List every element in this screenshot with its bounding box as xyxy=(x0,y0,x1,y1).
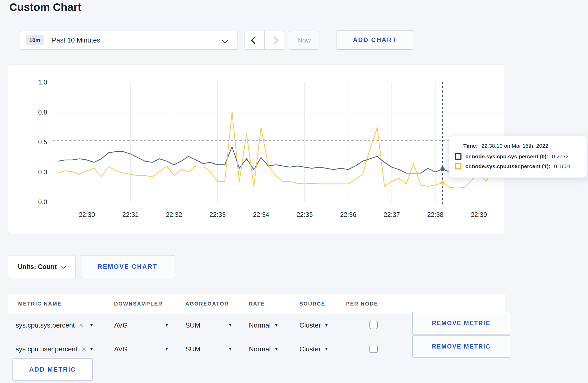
tooltip-series-0-value: 0.2732 xyxy=(552,153,569,160)
remove-metric-button[interactable]: REMOVE METRIC xyxy=(412,312,510,335)
aggregator-select[interactable]: SUM xyxy=(185,314,200,337)
downsampler-select[interactable]: AVG xyxy=(114,337,128,361)
source-value: Cluster xyxy=(299,321,321,329)
series-line-1 xyxy=(58,112,501,188)
caret-down-icon: ▼ xyxy=(165,323,169,328)
caret-down-icon: ▼ xyxy=(274,323,278,328)
tooltip-series-0-name: cr.node.sys.cpu.sys.percent (0): xyxy=(465,153,548,160)
series-1-swatch-icon xyxy=(455,163,461,169)
now-button[interactable]: Now xyxy=(289,31,319,50)
clear-metric-icon[interactable]: × xyxy=(81,345,86,353)
rate-select[interactable]: Normal ▼ xyxy=(249,337,278,361)
downsampler-value: AVG xyxy=(114,321,128,329)
chart-tooltip: Time:22:38:10 on Mar 15th, 2022 cr.node.… xyxy=(449,136,587,178)
remove-chart-button[interactable]: REMOVE CHART xyxy=(81,255,174,278)
downsampler-select[interactable]: AVG xyxy=(114,314,128,337)
x-tick-label: 22:35 xyxy=(297,211,313,218)
source-value: Cluster xyxy=(299,345,321,353)
x-tick-label: 22:39 xyxy=(471,211,487,218)
y-tick-label: 0.5 xyxy=(38,138,47,146)
x-tick-label: 22:31 xyxy=(122,211,139,218)
aggregator-value: SUM xyxy=(185,345,200,353)
caret-down-icon: ▼ xyxy=(89,347,94,351)
caret-down-icon: ▼ xyxy=(228,347,232,351)
header-rate: RATE xyxy=(249,294,265,314)
x-tick-label: 22:33 xyxy=(209,211,226,218)
source-select[interactable]: Cluster ▼ xyxy=(299,337,328,361)
prev-time-button[interactable] xyxy=(245,31,264,49)
series-line-0 xyxy=(58,147,501,173)
tooltip-series-row: cr.node.sys.cpu.sys.percent (0): 0.2732 xyxy=(455,153,587,160)
remove-metric-button[interactable]: REMOVE METRIC xyxy=(412,335,510,358)
metric-row: sys.cpu.sys.percent × ▼ AVG ▼ SUM ▼ Norm… xyxy=(8,314,505,337)
hover-dot-1 xyxy=(440,181,445,185)
toolbar-divider xyxy=(8,31,8,50)
caret-down-icon: ▼ xyxy=(324,323,328,328)
tooltip-time-value: 22:38:10 on Mar 15th, 2022 xyxy=(481,143,548,149)
rate-value: Normal xyxy=(249,345,271,353)
tooltip-time-label: Time: xyxy=(463,143,478,149)
header-downsampler: DOWNSAMPLER xyxy=(114,294,163,314)
metric-name-select[interactable]: sys.cpu.sys.percent × xyxy=(16,314,83,337)
header-source: SOURCE xyxy=(299,294,325,314)
rate-select[interactable]: Normal ▼ xyxy=(249,314,278,337)
y-tick-label: 0.8 xyxy=(38,109,47,116)
chart-card: 0.00.30.50.81.022:3022:3122:3222:3322:34… xyxy=(8,65,505,234)
caret-down-icon: ▼ xyxy=(274,347,278,351)
series-0-swatch-icon xyxy=(455,153,461,160)
per-node-checkbox[interactable] xyxy=(369,345,378,353)
header-metric-name: METRIC NAME xyxy=(18,294,62,314)
y-tick-label: 1.0 xyxy=(38,79,47,86)
aggregator-select[interactable]: SUM xyxy=(185,337,200,361)
add-chart-button[interactable]: ADD CHART xyxy=(337,30,413,50)
header-aggregator: AGGREGATOR xyxy=(185,294,229,314)
x-tick-label: 22:30 xyxy=(79,211,95,218)
metric-row: sys.cpu.user.percent × ▼ AVG ▼ SUM ▼ Nor… xyxy=(8,337,505,361)
header-per-node: PER NODE xyxy=(346,294,378,314)
metric-name-select[interactable]: sys.cpu.user.percent × xyxy=(16,337,86,361)
chevron-left-icon xyxy=(251,36,258,44)
x-tick-label: 22:36 xyxy=(340,211,356,218)
chevron-down-icon xyxy=(221,37,228,43)
chevron-right-icon xyxy=(270,36,278,44)
time-range-badge: 10m xyxy=(26,35,44,45)
downsampler-caret[interactable]: ▼ xyxy=(165,337,169,361)
hover-dot-0 xyxy=(440,167,445,171)
x-tick-label: 22:37 xyxy=(384,211,400,218)
tooltip-series-1-value: 0.1601 xyxy=(554,163,571,169)
x-tick-label: 22:34 xyxy=(253,211,269,218)
rate-value: Normal xyxy=(249,321,271,329)
y-tick-label: 0.3 xyxy=(38,168,47,176)
tooltip-series-row: cr.node.sys.cpu.user.percent (1): 0.1601 xyxy=(455,163,587,169)
caret-down-icon: ▼ xyxy=(228,323,232,328)
per-node-checkbox[interactable] xyxy=(369,321,378,329)
time-pager xyxy=(244,31,284,50)
x-tick-label: 22:38 xyxy=(427,211,444,218)
time-range-label: Past 10 Minutes xyxy=(52,36,100,44)
clear-metric-icon[interactable]: × xyxy=(79,321,83,330)
source-select[interactable]: Cluster ▼ xyxy=(299,314,328,337)
x-tick-label: 22:32 xyxy=(166,211,182,218)
caret-down-icon: ▼ xyxy=(165,347,169,351)
metrics-table-header: METRIC NAME DOWNSAMPLER AGGREGATOR RATE … xyxy=(8,294,505,314)
units-select[interactable]: Units: Count xyxy=(8,255,76,278)
aggregator-value: SUM xyxy=(185,321,200,329)
aggregator-caret[interactable]: ▼ xyxy=(228,337,232,361)
chart-svg[interactable]: 0.00.30.50.81.022:3022:3122:3222:3322:34… xyxy=(8,65,505,234)
downsampler-caret[interactable]: ▼ xyxy=(165,314,169,337)
tooltip-series-1-name: cr.node.sys.cpu.user.percent (1): xyxy=(465,163,550,169)
metric-name-caret[interactable]: ▼ xyxy=(89,314,94,337)
time-range-select[interactable]: 10m Past 10 Minutes xyxy=(20,31,238,50)
caret-down-icon: ▼ xyxy=(324,347,328,351)
y-tick-label: 0.0 xyxy=(38,198,47,205)
downsampler-value: AVG xyxy=(114,345,128,353)
next-time-button[interactable] xyxy=(264,31,284,49)
page-title: Custom Chart xyxy=(9,1,81,13)
add-metric-button[interactable]: ADD METRIC xyxy=(12,358,93,381)
metric-name-label: sys.cpu.user.percent xyxy=(16,345,77,353)
chevron-down-icon xyxy=(61,263,66,268)
aggregator-caret[interactable]: ▼ xyxy=(228,314,232,337)
metric-name-label: sys.cpu.sys.percent xyxy=(16,321,75,329)
units-label: Units: Count xyxy=(18,263,57,271)
metric-name-caret[interactable]: ▼ xyxy=(89,337,94,361)
